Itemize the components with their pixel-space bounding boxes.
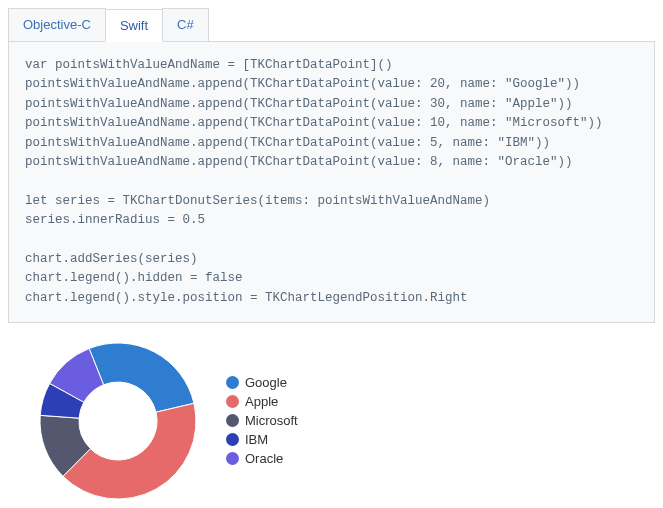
legend-label: Oracle [245, 451, 283, 466]
legend-swatch [226, 414, 239, 427]
legend-item-microsoft: Microsoft [226, 413, 298, 428]
language-tabs: Objective-C Swift C# [8, 8, 655, 42]
chart-legend: GoogleAppleMicrosoftIBMOracle [226, 375, 298, 466]
legend-swatch [226, 376, 239, 389]
tab-objective-c[interactable]: Objective-C [8, 8, 106, 41]
legend-label: Apple [245, 394, 278, 409]
legend-label: Google [245, 375, 287, 390]
legend-item-apple: Apple [226, 394, 298, 409]
legend-label: IBM [245, 432, 268, 447]
donut-chart-area: GoogleAppleMicrosoftIBMOracle [8, 323, 655, 501]
legend-item-google: Google [226, 375, 298, 390]
legend-item-ibm: IBM [226, 432, 298, 447]
legend-swatch [226, 433, 239, 446]
legend-item-oracle: Oracle [226, 451, 298, 466]
tab-csharp[interactable]: C# [162, 8, 209, 41]
legend-swatch [226, 452, 239, 465]
code-sample: var pointsWithValueAndName = [TKChartDat… [8, 42, 655, 323]
legend-swatch [226, 395, 239, 408]
tab-swift[interactable]: Swift [105, 9, 163, 42]
donut-slice-google [89, 343, 194, 412]
donut-chart [38, 341, 198, 501]
legend-label: Microsoft [245, 413, 298, 428]
